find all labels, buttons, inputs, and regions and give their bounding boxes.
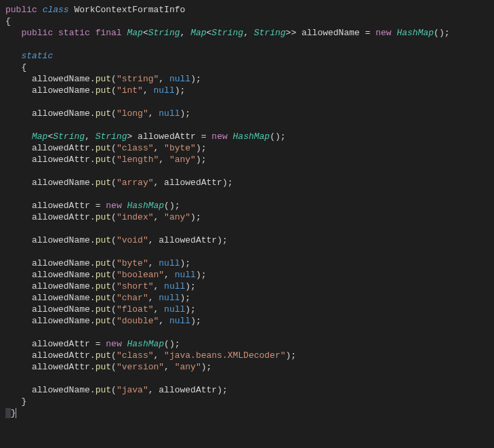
code-line: allowedName.put("array", allowedAttr);	[5, 177, 489, 188]
code-line	[5, 96, 489, 108]
code-line: allowedName.put("short", null);	[5, 281, 489, 292]
code-line: allowedAttr.put("length", "any");	[5, 154, 489, 165]
keyword-static-block: static	[21, 51, 53, 61]
code-line	[5, 327, 489, 338]
keyword-public: public	[5, 5, 37, 15]
code-line: allowedName.put("long", null);	[5, 108, 489, 119]
code-line: allowedName.put("string", null);	[5, 73, 489, 85]
code-line: allowedName.put("byte", null);	[5, 258, 489, 269]
code-line: static	[5, 50, 489, 62]
code-line: allowedAttr.put("class", "byte");	[5, 142, 489, 154]
keyword-class: class	[43, 5, 69, 15]
code-line: allowedName.put("boolean", null);	[5, 269, 489, 281]
code-line	[5, 39, 489, 50]
code-line	[5, 373, 489, 384]
code-line: public static final Map<String, Map<Stri…	[5, 27, 489, 39]
code-line: Map<String, String> allowedAttr = new Ha…	[5, 131, 489, 142]
code-line: allowedName.put("double", null);	[5, 315, 489, 327]
code-line: allowedAttr = new HashMap();	[5, 338, 489, 350]
text-cursor	[16, 408, 16, 418]
code-line	[5, 119, 489, 131]
code-line: allowedName.put("java", allowedAttr);	[5, 384, 489, 396]
code-line	[5, 165, 489, 177]
code-line: allowedName.put("float", null);	[5, 304, 489, 315]
code-line: allowedName.put("void", allowedAttr);	[5, 235, 489, 246]
code-line: allowedAttr.put("class", "java.beans.XML…	[5, 350, 489, 361]
code-line: allowedAttr = new HashMap();	[5, 200, 489, 211]
code-line	[5, 246, 489, 258]
class-name: WorkContextFormatInfo	[74, 5, 185, 15]
code-line: allowedName.put("int", null);	[5, 85, 489, 96]
code-line: }	[5, 396, 489, 407]
code-line: }	[5, 407, 489, 419]
code-line: {	[5, 62, 489, 73]
code-editor[interactable]: public class WorkContextFormatInfo { pub…	[5, 4, 489, 419]
code-line	[5, 188, 489, 200]
code-line: allowedName.put("char", null);	[5, 292, 489, 304]
code-line: allowedAttr.put("version", "any");	[5, 361, 489, 373]
code-line: {	[5, 16, 489, 27]
code-line: public class WorkContextFormatInfo	[5, 4, 489, 16]
code-line	[5, 223, 489, 235]
code-line: allowedAttr.put("index", "any");	[5, 211, 489, 223]
